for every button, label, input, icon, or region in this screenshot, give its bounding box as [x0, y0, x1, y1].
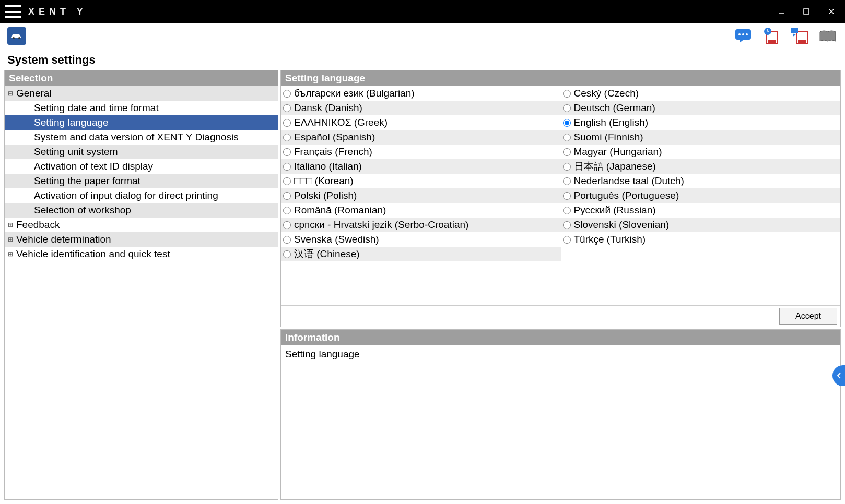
language-radio[interactable] — [283, 221, 291, 229]
language-label: English (English) — [574, 117, 649, 128]
language-radio[interactable] — [283, 163, 291, 171]
vehicle-button[interactable] — [7, 27, 26, 45]
language-radio[interactable] — [283, 177, 291, 185]
language-option[interactable]: Português (Portuguese) — [561, 188, 841, 203]
language-label: Română (Romanian) — [294, 205, 386, 216]
window-maximize-button[interactable] — [801, 6, 812, 17]
language-radio[interactable] — [563, 236, 571, 244]
tree-item[interactable]: ⊞Vehicle identification and quick test — [5, 247, 278, 261]
tree-item[interactable]: Setting unit system — [5, 145, 278, 159]
language-radio[interactable] — [563, 134, 571, 141]
language-radio[interactable] — [563, 221, 571, 229]
tree-toggle-icon[interactable]: ⊞ — [7, 221, 14, 229]
window-close-button[interactable] — [826, 6, 837, 17]
language-label: □□□ (Korean) — [294, 175, 354, 187]
language-radio[interactable] — [283, 90, 291, 98]
accept-button[interactable]: Accept — [779, 308, 837, 325]
svg-point-8 — [742, 33, 744, 35]
tree-item[interactable]: ⊟General — [5, 86, 278, 101]
information-panel: Information Setting language — [280, 329, 841, 500]
language-option[interactable]: ΕΛΛΗΝΙΚΟΣ (Greek) — [281, 115, 561, 130]
language-option[interactable]: Español (Spanish) — [281, 130, 561, 145]
tree-item[interactable]: ⊞Vehicle determination — [5, 232, 278, 247]
language-label: Deutsch (German) — [574, 102, 655, 114]
language-option[interactable]: Ceský (Czech) — [561, 86, 841, 101]
language-radio[interactable] — [563, 177, 571, 185]
language-radio[interactable] — [283, 134, 291, 141]
tree-item[interactable]: System and data version of XENT Y Diagno… — [5, 130, 278, 145]
tree-item[interactable]: Setting language — [5, 115, 278, 130]
language-option[interactable]: 汉语 (Chinese) — [281, 247, 561, 261]
language-label: Italiano (Italian) — [294, 161, 362, 172]
language-radio[interactable] — [283, 119, 291, 127]
tree-toggle-icon[interactable]: ⊞ — [7, 236, 14, 243]
settings-tree[interactable]: ⊟GeneralSetting date and time formatSett… — [5, 86, 278, 499]
svg-rect-1 — [804, 9, 809, 14]
language-radio[interactable] — [563, 163, 571, 171]
language-label: Polski (Polish) — [294, 190, 357, 201]
language-option[interactable]: □□□ (Korean) — [281, 174, 561, 188]
pdf-clock-icon[interactable] — [761, 26, 781, 46]
language-label: Türkçe (Turkish) — [574, 234, 646, 245]
language-option[interactable]: Svenska (Swedish) — [281, 232, 561, 247]
language-label: Svenska (Swedish) — [294, 234, 379, 245]
tree-item[interactable]: Setting the paper format — [5, 174, 278, 188]
pdf-export-icon[interactable] — [790, 26, 809, 46]
language-option[interactable]: Polski (Polish) — [281, 188, 561, 203]
svg-point-9 — [746, 33, 748, 35]
language-label: ΕΛΛΗΝΙΚΟΣ (Greek) — [294, 117, 388, 128]
book-icon[interactable] — [818, 26, 838, 46]
information-header: Information — [281, 330, 840, 345]
language-radio[interactable] — [283, 192, 291, 200]
tree-item[interactable]: ⊞Feedback — [5, 218, 278, 232]
language-option[interactable]: Nederlandse taal (Dutch) — [561, 174, 841, 188]
language-list[interactable]: български език (Bulgarian)Ceský (Czech)D… — [281, 86, 840, 261]
language-option[interactable]: български език (Bulgarian) — [281, 86, 561, 101]
tree-item[interactable]: Activation of input dialog for direct pr… — [5, 188, 278, 203]
language-radio[interactable] — [283, 104, 291, 112]
language-option[interactable]: Italiano (Italian) — [281, 159, 561, 174]
language-radio[interactable] — [283, 250, 291, 258]
language-option[interactable]: 日本語 (Japanese) — [561, 159, 841, 174]
language-radio[interactable] — [563, 207, 571, 214]
language-radio[interactable] — [283, 236, 291, 244]
language-option[interactable]: Magyar (Hungarian) — [561, 145, 841, 159]
tree-item[interactable]: Selection of workshop — [5, 203, 278, 218]
menu-hamburger-icon[interactable] — [5, 5, 21, 18]
chat-icon[interactable] — [733, 26, 753, 46]
tree-toggle-icon[interactable]: ⊟ — [7, 90, 14, 97]
language-option[interactable]: српски - Hrvatski jezik (Serbo-Croatian) — [281, 218, 561, 232]
language-option[interactable]: Русский (Russian) — [561, 203, 841, 218]
language-label: српски - Hrvatski jezik (Serbo-Croatian) — [294, 219, 468, 231]
app-title: XENT Y — [28, 6, 87, 17]
language-radio[interactable] — [563, 119, 571, 127]
language-option[interactable]: English (English) — [561, 115, 841, 130]
toolbar — [0, 23, 845, 49]
tree-item-label: Feedback — [14, 219, 60, 231]
language-label: Dansk (Danish) — [294, 102, 362, 114]
language-option[interactable]: Română (Romanian) — [281, 203, 561, 218]
language-radio[interactable] — [563, 148, 571, 156]
language-option[interactable]: Slovenski (Slovenian) — [561, 218, 841, 232]
language-option[interactable]: Français (French) — [281, 145, 561, 159]
information-body: Setting language — [281, 345, 840, 499]
language-label: Nederlandse taal (Dutch) — [574, 175, 684, 187]
svg-point-7 — [738, 33, 741, 35]
language-radio[interactable] — [283, 207, 291, 214]
language-radio[interactable] — [563, 104, 571, 112]
language-radio[interactable] — [283, 148, 291, 156]
language-radio[interactable] — [563, 90, 571, 98]
tree-toggle-icon[interactable]: ⊞ — [7, 250, 14, 258]
language-label: Ceský (Czech) — [574, 88, 639, 99]
svg-rect-15 — [791, 28, 798, 33]
tree-item-label: General — [14, 88, 52, 99]
window-minimize-button[interactable] — [776, 6, 787, 17]
language-option[interactable]: Suomi (Finnish) — [561, 130, 841, 145]
language-radio[interactable] — [563, 192, 571, 200]
language-option[interactable]: Dansk (Danish) — [281, 101, 561, 115]
tree-item[interactable]: Activation of text ID display — [5, 159, 278, 174]
language-option[interactable]: Türkçe (Turkish) — [561, 232, 841, 247]
language-label: български език (Bulgarian) — [294, 88, 415, 99]
language-option[interactable]: Deutsch (German) — [561, 101, 841, 115]
tree-item[interactable]: Setting date and time format — [5, 101, 278, 115]
